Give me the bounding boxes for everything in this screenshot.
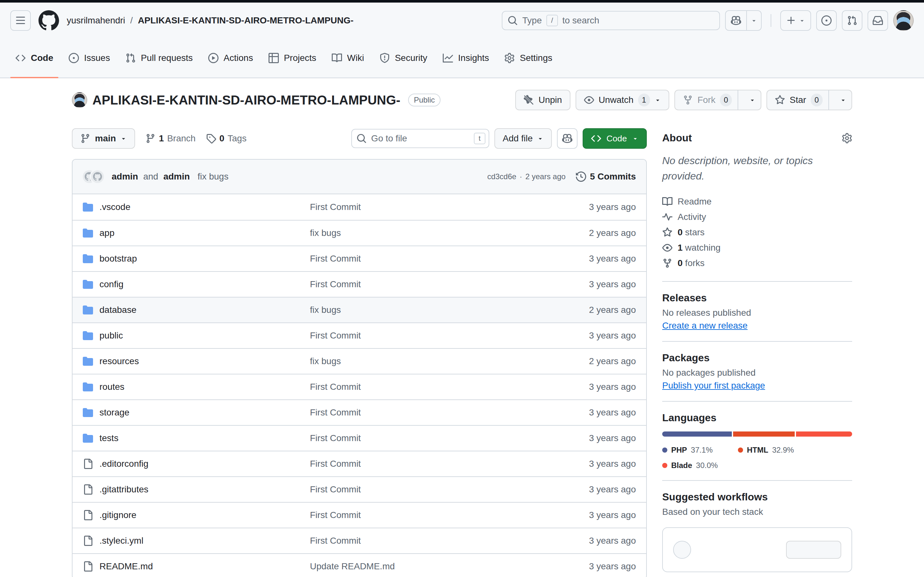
hamburger-menu-button[interactable] <box>10 10 31 31</box>
tab-insights[interactable]: Insights <box>438 39 494 77</box>
file-name[interactable]: tests <box>99 433 118 443</box>
sidebar-item-readme[interactable]: Readme <box>662 194 852 210</box>
user-avatar[interactable] <box>893 10 914 31</box>
commit-message[interactable]: First Commit <box>310 484 540 495</box>
file-name[interactable]: storage <box>99 408 129 418</box>
table-row[interactable]: .vscode First Commit 3 years ago <box>73 194 646 220</box>
file-name[interactable]: public <box>99 330 123 341</box>
commit-message[interactable]: First Commit <box>310 253 540 264</box>
commit-message[interactable]: First Commit <box>310 330 540 341</box>
commit-message[interactable]: First Commit <box>310 536 540 546</box>
unpin-button[interactable]: Unpin <box>515 90 570 110</box>
language-php[interactable]: PHP 37.1% <box>662 446 738 455</box>
workflow-configure-button[interactable] <box>786 541 841 559</box>
add-file-button[interactable]: Add file <box>494 128 552 149</box>
tab-projects[interactable]: Projects <box>263 39 321 77</box>
star-button[interactable]: Star 0 <box>766 90 852 110</box>
file-name[interactable]: .editorconfig <box>99 459 149 469</box>
commit-message[interactable]: fix bugs <box>310 228 540 238</box>
language-blade[interactable]: Blade 30.0% <box>662 461 738 470</box>
table-row[interactable]: .gitignore First Commit 3 years ago <box>73 502 646 528</box>
copilot-dropdown-button[interactable] <box>746 11 761 30</box>
pull-requests-header-button[interactable] <box>842 10 863 31</box>
commit-message[interactable]: First Commit <box>310 408 540 418</box>
file-name[interactable]: app <box>99 228 115 238</box>
copilot-button[interactable] <box>726 11 746 30</box>
file-name[interactable]: resources <box>99 356 139 366</box>
commit-sha-link[interactable]: cd3cd6e <box>487 172 517 181</box>
table-row[interactable]: public First Commit 3 years ago <box>73 322 646 348</box>
github-logo-icon[interactable] <box>39 10 59 31</box>
breadcrumb-repo-link[interactable]: APLIKASI-E-KANTIN-SD-AIRO-METRO-LAMPUNG- <box>138 15 354 26</box>
table-row[interactable]: bootstrap First Commit 3 years ago <box>73 245 646 271</box>
commit-message[interactable]: First Commit <box>310 382 540 392</box>
commit-message[interactable]: First Commit <box>310 433 540 443</box>
table-row[interactable]: app fix bugs 2 years ago <box>73 220 646 245</box>
table-row[interactable]: .gitattributes First Commit 3 years ago <box>73 476 646 502</box>
commit-message[interactable]: fix bugs <box>310 356 540 366</box>
repo-title-link[interactable]: APLIKASI-E-KANTIN-SD-AIRO-METRO-LAMPUNG- <box>92 93 401 107</box>
table-row[interactable]: .editorconfig First Commit 3 years ago <box>73 451 646 476</box>
commit-committer-avatar[interactable] <box>91 170 104 183</box>
commit-message[interactable]: fix bugs <box>310 305 540 315</box>
branches-link[interactable]: 1Branch <box>145 133 195 143</box>
table-row[interactable]: .styleci.yml First Commit 3 years ago <box>73 528 646 553</box>
repo-owner-avatar[interactable] <box>72 92 87 108</box>
file-name[interactable]: .styleci.yml <box>99 536 144 546</box>
create-new-button[interactable] <box>780 10 811 31</box>
sidebar-item-activity[interactable]: Activity <box>662 210 852 225</box>
tab-code[interactable]: Code <box>10 39 58 77</box>
tab-pull-requests[interactable]: Pull requests <box>120 39 198 77</box>
code-download-button[interactable]: Code <box>583 128 647 149</box>
star-dropdown-button[interactable] <box>835 97 851 103</box>
inbox-button[interactable] <box>867 10 888 31</box>
commit-message[interactable]: First Commit <box>310 459 540 469</box>
branch-selector-button[interactable]: main <box>72 128 135 149</box>
file-name[interactable]: README.md <box>99 561 153 572</box>
copilot-toolbar-button[interactable] <box>557 128 577 149</box>
commit-message[interactable]: First Commit <box>310 510 540 520</box>
tab-wiki[interactable]: Wiki <box>326 39 369 77</box>
sidebar-item-watching[interactable]: 1 watching <box>662 240 852 255</box>
issues-header-button[interactable] <box>816 10 837 31</box>
file-name[interactable]: bootstrap <box>99 253 137 264</box>
unwatch-button[interactable]: Unwatch 1 <box>575 90 669 110</box>
tab-issues[interactable]: Issues <box>63 39 115 77</box>
breadcrumb-owner-link[interactable]: yusrilmahendri <box>67 15 125 26</box>
commit-author-link[interactable]: admin <box>111 171 138 182</box>
about-settings-gear-icon[interactable] <box>842 133 852 143</box>
sidebar-item-stars[interactable]: 0 stars <box>662 225 852 240</box>
commit-committer-link[interactable]: admin <box>163 171 190 182</box>
table-row[interactable]: tests First Commit 3 years ago <box>73 425 646 451</box>
sidebar-item-forks[interactable]: 0 forks <box>662 255 852 271</box>
fork-count: 0 <box>720 93 732 106</box>
file-name[interactable]: database <box>99 305 136 315</box>
table-row[interactable]: resources fix bugs 2 years ago <box>73 348 646 374</box>
commit-message[interactable]: First Commit <box>310 279 540 290</box>
tab-settings[interactable]: Settings <box>499 39 557 77</box>
create-release-link[interactable]: Create a new release <box>662 321 748 331</box>
table-row[interactable]: README.md Update README.md 3 years ago <box>73 553 646 577</box>
file-name[interactable]: config <box>99 279 124 290</box>
table-row[interactable]: routes First Commit 3 years ago <box>73 374 646 400</box>
commit-message[interactable]: First Commit <box>310 202 540 212</box>
go-to-file-input[interactable] <box>351 129 489 148</box>
global-search-input[interactable]: Type / to search <box>502 11 720 30</box>
commit-history-link[interactable]: 5 Commits <box>576 171 636 182</box>
fork-dropdown-button[interactable] <box>744 97 761 103</box>
latest-commit-message-link[interactable]: fix bugs <box>198 171 229 182</box>
file-name[interactable]: .gitignore <box>99 510 136 520</box>
language-html[interactable]: HTML 32.9% <box>738 446 852 455</box>
table-row[interactable]: database fix bugs 2 years ago <box>73 297 646 322</box>
tab-actions[interactable]: Actions <box>203 39 258 77</box>
file-name[interactable]: .vscode <box>99 202 131 212</box>
publish-package-link[interactable]: Publish your first package <box>662 380 765 391</box>
commit-message[interactable]: Update README.md <box>310 561 540 572</box>
tags-link[interactable]: 0Tags <box>206 133 247 143</box>
fork-button[interactable]: Fork 0 <box>674 90 761 110</box>
tab-security[interactable]: Security <box>375 39 433 77</box>
table-row[interactable]: storage First Commit 3 years ago <box>73 400 646 425</box>
table-row[interactable]: config First Commit 3 years ago <box>73 271 646 297</box>
file-name[interactable]: .gitattributes <box>99 484 149 495</box>
file-name[interactable]: routes <box>99 382 124 392</box>
